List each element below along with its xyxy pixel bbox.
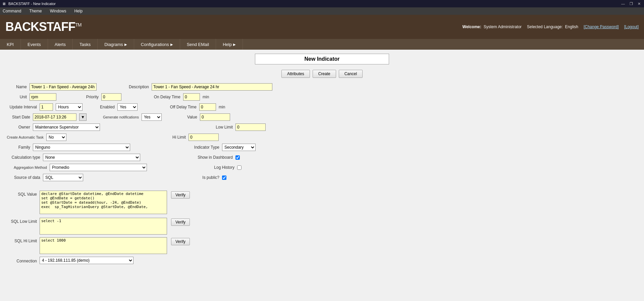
nav-tasks[interactable]: Tasks xyxy=(73,39,98,50)
name-label: Name xyxy=(7,85,27,89)
unit-label: Unit xyxy=(7,95,27,99)
name-input[interactable] xyxy=(30,83,97,91)
description-label: Description xyxy=(122,85,149,89)
nav-help[interactable]: Help ▶ xyxy=(216,39,243,50)
log-history-checkbox[interactable] xyxy=(237,165,241,170)
enabled-select[interactable]: Yes No xyxy=(117,103,138,111)
calculation-type-label: Calculation type xyxy=(7,155,40,160)
hi-limit-input[interactable] xyxy=(189,134,219,141)
sql-value-textarea-wrap xyxy=(40,191,167,215)
update-interval-value-input[interactable] xyxy=(40,103,53,111)
start-date-dropdown-icon[interactable]: ▼ xyxy=(79,113,87,121)
welcome-user: System Administrator xyxy=(484,24,522,29)
nav-kpi[interactable]: KPI xyxy=(0,39,21,50)
page-title: New Indicator xyxy=(255,54,389,64)
cancel-button[interactable]: Cancel xyxy=(339,70,363,78)
aggregation-method-select[interactable]: Promedio xyxy=(50,164,147,171)
configurations-arrow-icon: ▶ xyxy=(170,43,173,46)
priority-input[interactable] xyxy=(101,93,121,101)
sql-hi-limit-textarea[interactable] xyxy=(40,237,167,254)
is-public-label: Is public? xyxy=(196,175,219,180)
sql-value-label: SQL Value xyxy=(7,191,37,197)
form-area: Name Description Unit Priority On Delay … xyxy=(0,81,644,191)
owner-label: Owner xyxy=(7,125,30,130)
aggregation-method-label: Aggregation Method xyxy=(7,165,47,169)
sql-value-textarea[interactable] xyxy=(40,191,167,214)
sql-low-limit-textarea-wrap xyxy=(40,218,167,235)
sql-section: SQL Value Verify SQL Low Limit Verify SQ… xyxy=(0,191,644,264)
start-date-input[interactable] xyxy=(33,113,76,121)
sql-value-row: SQL Value Verify xyxy=(7,191,637,215)
nav-alerts[interactable]: Alerts xyxy=(48,39,73,50)
connection-select[interactable]: 4 - 192.168.111.85 (demo) xyxy=(40,257,133,264)
calculation-type-select[interactable]: None xyxy=(43,154,140,161)
off-delay-time-input[interactable] xyxy=(199,103,216,111)
change-password-link[interactable]: [Change Password] xyxy=(584,24,619,29)
sql-low-limit-label: SQL Low Limit xyxy=(7,218,37,224)
menu-theme[interactable]: Theme xyxy=(28,8,43,14)
low-limit-label: Low Limit xyxy=(209,125,233,130)
sql-low-limit-textarea[interactable] xyxy=(40,218,167,235)
on-delay-time-input[interactable] xyxy=(183,93,200,101)
attributes-button[interactable]: Attributes xyxy=(281,70,310,78)
source-of-data-select[interactable]: SQL xyxy=(43,174,83,181)
sql-hi-limit-row: SQL Hi Limit Verify xyxy=(7,237,637,254)
logo: BACKSTAFFTM xyxy=(5,20,82,34)
family-label: Family xyxy=(7,145,30,150)
header-right: Welcome: System Administrator Selected L… xyxy=(463,24,639,29)
sql-hi-limit-verify-button[interactable]: Verify xyxy=(171,238,190,245)
sql-value-verify-button[interactable]: Verify xyxy=(171,191,190,199)
on-delay-time-unit: min xyxy=(203,95,209,99)
menu-command[interactable]: Command xyxy=(1,8,22,14)
create-auto-task-label: Create Automatic Task xyxy=(7,135,44,139)
connection-label: Connection xyxy=(7,257,37,263)
log-history-label: Log History xyxy=(191,165,234,170)
hi-limit-label: Hi Limit xyxy=(162,135,186,140)
menu-windows[interactable]: Windows xyxy=(49,8,68,14)
nav-configurations[interactable]: Configurations ▶ xyxy=(134,39,180,50)
off-delay-time-unit: min xyxy=(219,105,225,109)
maximize-button[interactable]: ❐ xyxy=(628,2,634,6)
page-title-bar: New Indicator xyxy=(0,50,644,67)
source-of-data-label: Source of data xyxy=(7,175,40,180)
app-icon: 🖥 xyxy=(2,2,6,6)
enabled-label: Enabled xyxy=(98,105,115,109)
nav-bar: KPI Events Alerts Tasks Diagrams ▶ Confi… xyxy=(0,39,644,50)
on-delay-time-label: On Delay Time xyxy=(147,95,180,99)
update-interval-unit-select[interactable]: Hours Minutes Days xyxy=(56,103,83,111)
start-date-label: Start Date xyxy=(7,115,30,119)
nav-events[interactable]: Events xyxy=(21,39,48,50)
help-arrow-icon: ▶ xyxy=(233,43,236,46)
sql-low-limit-row: SQL Low Limit Verify xyxy=(7,218,637,235)
connection-row: Connection 4 - 192.168.111.85 (demo) xyxy=(7,257,637,264)
logout-link[interactable]: [Logout] xyxy=(624,24,639,29)
generate-notifications-label: Generate notifications xyxy=(99,115,139,119)
nav-send-email[interactable]: Send EMail xyxy=(180,39,216,50)
value-input[interactable] xyxy=(200,113,230,121)
nav-diagrams[interactable]: Diagrams ▶ xyxy=(98,39,134,50)
minimize-button[interactable]: — xyxy=(620,2,626,6)
generate-notifications-select[interactable]: Yes No xyxy=(142,113,162,121)
indicator-type-select[interactable]: Secondary Primary xyxy=(222,144,256,151)
family-select[interactable]: Ninguno xyxy=(33,144,130,151)
low-limit-input[interactable] xyxy=(235,123,266,131)
owner-select[interactable]: Maintenance Supervisor xyxy=(33,123,100,131)
show-in-dashboard-label: Show in Dashboard xyxy=(193,155,233,160)
value-label: Value xyxy=(180,115,197,119)
selected-language-label: Selected Language: xyxy=(527,24,563,29)
create-auto-task-select[interactable]: No Yes xyxy=(46,134,66,141)
close-button[interactable]: ✕ xyxy=(636,2,642,6)
indicator-type-label: Indicator Type xyxy=(189,145,219,150)
diagrams-arrow-icon: ▶ xyxy=(124,43,127,46)
create-button[interactable]: Create xyxy=(313,70,336,78)
description-input[interactable] xyxy=(152,83,272,91)
menu-bar: Command Theme Windows Help xyxy=(0,7,644,15)
is-public-checkbox[interactable] xyxy=(222,175,226,180)
menu-help[interactable]: Help xyxy=(73,8,84,14)
sql-low-limit-verify-button[interactable]: Verify xyxy=(171,218,190,226)
sql-hi-limit-label: SQL Hi Limit xyxy=(7,237,37,243)
off-delay-time-label: Off Delay Time xyxy=(163,105,197,109)
show-in-dashboard-checkbox[interactable] xyxy=(235,155,240,160)
welcome-label: Welcome: xyxy=(463,24,481,29)
unit-input[interactable] xyxy=(30,93,56,101)
